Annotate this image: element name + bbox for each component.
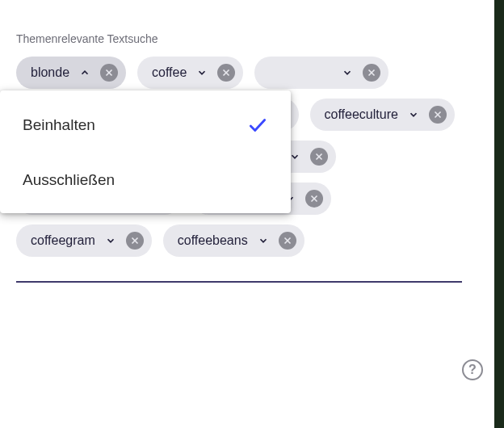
chevron-down-icon[interactable] [195, 65, 209, 80]
help-glyph: ? [468, 363, 477, 377]
chevron-down-icon[interactable] [406, 107, 421, 122]
right-edge-strip [494, 0, 504, 428]
tag-label: blonde [31, 66, 69, 79]
tag-blonde[interactable]: blonde [16, 57, 126, 89]
remove-tag-button[interactable] [217, 64, 235, 82]
tag-label: coffeegram [31, 234, 95, 247]
remove-tag-button[interactable] [279, 232, 296, 250]
check-icon [247, 115, 268, 136]
tag-coffeelover[interactable]: coffeelover [254, 57, 388, 89]
chevron-down-icon[interactable] [340, 65, 355, 80]
tag-mode-dropdown: Beinhalten Ausschließen [0, 90, 291, 213]
remove-tag-button[interactable] [126, 232, 144, 250]
dropdown-option-label: Ausschließen [23, 171, 115, 189]
tag-label: coffeebeans [178, 234, 248, 247]
tag-label: coffeeculture [325, 108, 398, 121]
tag-coffeebeans[interactable]: coffeebeans [163, 224, 304, 257]
tag-coffeegram[interactable]: coffeegram [16, 224, 152, 257]
dropdown-option-include[interactable]: Beinhalten [0, 97, 291, 153]
remove-tag-button[interactable] [310, 148, 328, 166]
dropdown-option-label: Beinhalten [23, 116, 95, 134]
section-title: Themenrelevante Textsuche [16, 32, 464, 45]
tag-coffee[interactable]: coffee [137, 57, 243, 89]
help-icon[interactable]: ? [462, 359, 483, 380]
chevron-up-icon[interactable] [78, 65, 92, 80]
chevron-down-icon[interactable] [103, 233, 118, 248]
remove-tag-button[interactable] [363, 64, 380, 82]
remove-tag-button[interactable] [305, 190, 323, 208]
tag-coffeeculture[interactable]: coffeeculture [310, 99, 455, 131]
tag-label: coffee [152, 66, 187, 79]
dropdown-option-exclude[interactable]: Ausschließen [0, 153, 291, 207]
remove-tag-button[interactable] [100, 64, 118, 82]
remove-tag-button[interactable] [429, 106, 447, 124]
chevron-down-icon[interactable] [256, 233, 271, 248]
